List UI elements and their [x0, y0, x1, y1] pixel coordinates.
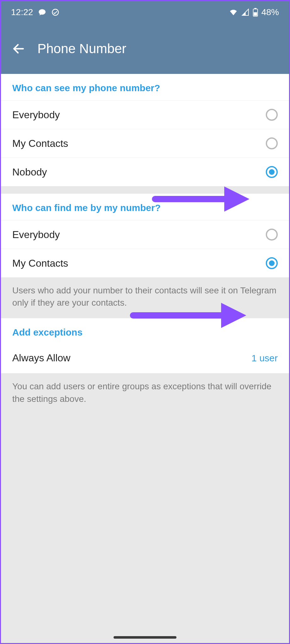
svg-point-0 [52, 9, 59, 15]
arrow-left-icon [12, 42, 25, 56]
back-button[interactable] [11, 41, 26, 56]
option-mycontacts-see[interactable]: My Contacts [1, 129, 289, 158]
option-label: Everybody [12, 229, 60, 241]
radio-icon [266, 166, 278, 178]
section-who-can-see: Who can see my phone number? Everybody M… [1, 74, 289, 186]
status-bar: 12:22 48% [1, 1, 289, 24]
option-label: Nobody [12, 166, 47, 178]
chat-icon [38, 8, 46, 16]
section-header-find: Who can find me by my number? [1, 194, 289, 220]
section-who-can-find: Who can find me by my number? Everybody … [1, 194, 289, 277]
exception-label: Always Allow [12, 352, 70, 364]
app-bar: Phone Number [1, 24, 289, 74]
status-right: 48% [229, 7, 279, 17]
status-time: 12:22 [11, 7, 33, 17]
exception-value: 1 user [252, 353, 278, 364]
option-label: Everybody [12, 109, 60, 121]
option-label: My Contacts [12, 258, 68, 269]
status-left: 12:22 [11, 7, 59, 17]
battery-percent: 48% [261, 7, 279, 17]
page-title: Phone Number [37, 41, 126, 56]
svg-rect-3 [254, 12, 257, 16]
radio-icon [266, 137, 278, 149]
signal-icon [241, 8, 249, 16]
battery-icon [253, 8, 258, 17]
wifi-icon [229, 8, 238, 16]
radio-icon [266, 257, 278, 269]
section-header-exceptions: Add exceptions [1, 318, 289, 345]
section-footer-exceptions: You can add users or entire groups as ex… [1, 373, 289, 414]
svg-rect-2 [254, 8, 256, 9]
option-everybody-see[interactable]: Everybody [1, 100, 289, 129]
section-footer-find: Users who add your number to their conta… [1, 277, 289, 318]
option-label: My Contacts [12, 138, 68, 149]
option-nobody-see[interactable]: Nobody [1, 158, 289, 186]
option-mycontacts-find[interactable]: My Contacts [1, 249, 289, 277]
radio-icon [266, 109, 278, 121]
section-header-see: Who can see my phone number? [1, 74, 289, 100]
exception-always-allow[interactable]: Always Allow 1 user [1, 345, 289, 373]
sync-icon [51, 8, 59, 16]
radio-icon [266, 229, 278, 241]
nav-handle[interactable] [114, 636, 176, 639]
section-exceptions: Add exceptions Always Allow 1 user [1, 318, 289, 373]
option-everybody-find[interactable]: Everybody [1, 220, 289, 249]
section-gap [1, 186, 289, 194]
